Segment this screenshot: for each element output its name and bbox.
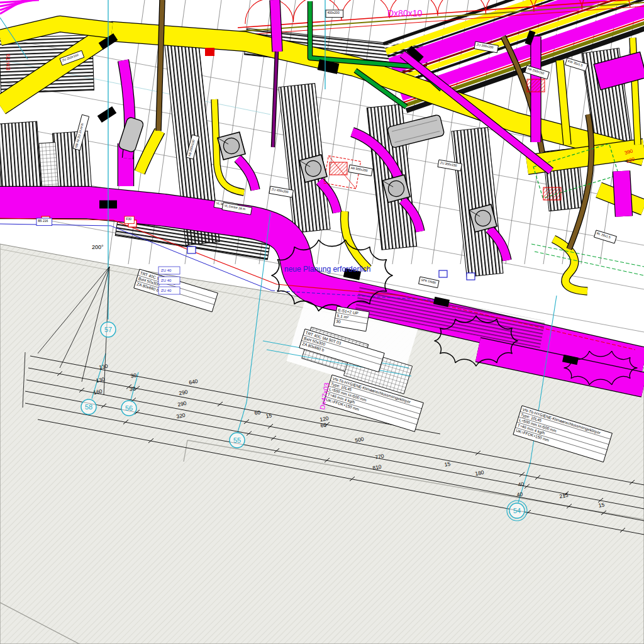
service-component-symbol <box>187 247 196 253</box>
small-label: B5 216 <box>36 218 52 226</box>
small-label-line: B5 216 <box>38 219 48 223</box>
hvac-plan-svg: 1306401302901602903203030601512060500770… <box>0 0 644 644</box>
small-label: F30 <box>125 216 134 224</box>
duct-size-label: Dx80x10 <box>387 8 422 18</box>
magenta-right-stub <box>621 171 624 216</box>
red-marker-square <box>205 48 214 56</box>
red-hatched-box <box>527 79 545 92</box>
grid-bubble-label: 58 <box>85 403 92 411</box>
magenta-riser-topcenter <box>275 0 277 52</box>
service-component-symbol <box>467 273 475 280</box>
grid-bubble-label: 56 <box>125 404 133 412</box>
small-label-line: F30 <box>126 217 132 221</box>
service-component-symbol <box>439 270 447 277</box>
blue-mini-text: ZU 40 <box>161 289 172 292</box>
red-hatched-box <box>330 162 347 175</box>
blue-mini-text: ZU 40 <box>161 279 172 282</box>
cad-drawing-canvas: 1306401302901602903203030601512060500770… <box>0 0 644 644</box>
small-label: 400x200 <box>326 10 343 18</box>
red-hatched-box <box>543 187 561 200</box>
grid-bubble-label: 54 <box>513 507 521 514</box>
riser-tag: EH-T9 <box>5 54 11 70</box>
revision-note: neue Planung erforderlich <box>284 265 370 274</box>
grid-bubble-label: 57 <box>104 326 112 333</box>
blue-mini-text: ZU 40 <box>161 269 172 272</box>
grid-bubble-label: 55 <box>233 436 241 444</box>
small-label-line: 400x200 <box>328 11 340 14</box>
angle-label: 200° <box>92 244 104 250</box>
